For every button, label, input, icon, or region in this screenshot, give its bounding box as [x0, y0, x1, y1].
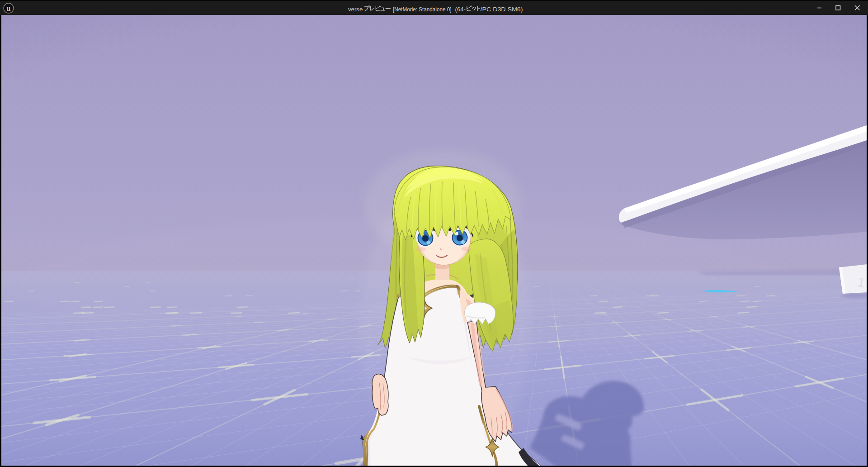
svg-text:u: u: [7, 5, 11, 12]
svg-text:/PC D3D SM6): /PC D3D SM6): [481, 6, 523, 13]
svg-text:[NetMode: Standalone 0]: [NetMode: Standalone 0]: [393, 6, 452, 13]
svg-text:(64-: (64-: [455, 6, 466, 13]
svg-text:verse: verse: [348, 6, 363, 13]
